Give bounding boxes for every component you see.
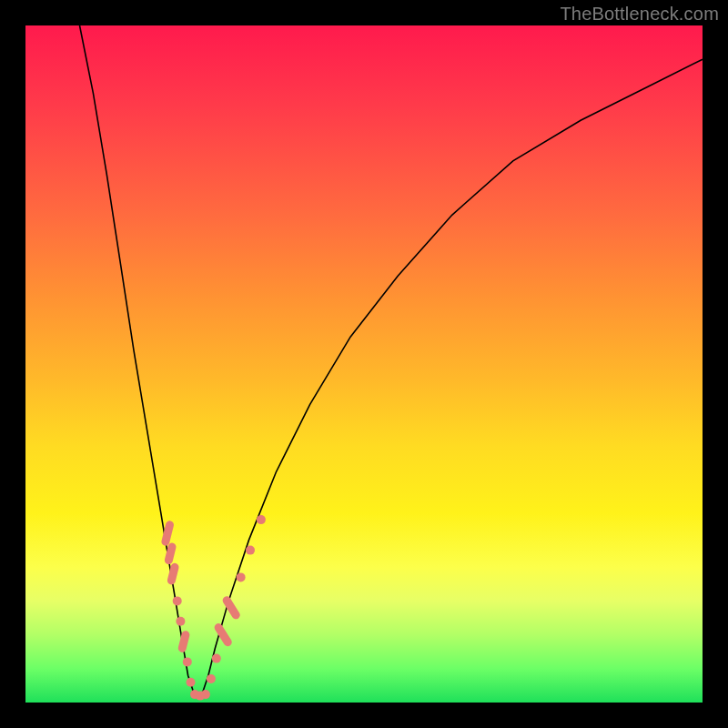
watermark-text: TheBottleneck.com (560, 4, 719, 25)
bead (201, 690, 210, 699)
bead (167, 562, 180, 585)
bottleneck-curve (80, 25, 703, 696)
bead (246, 546, 255, 555)
bead (173, 596, 182, 605)
chart-frame: TheBottleneck.com (0, 0, 728, 728)
bead (237, 572, 246, 581)
bead (212, 654, 221, 663)
bead (183, 657, 192, 666)
bead (187, 678, 196, 687)
bead (177, 630, 191, 652)
bead (257, 515, 266, 524)
bead (176, 617, 185, 626)
plot-area (25, 25, 703, 703)
curve-svg (25, 25, 703, 703)
bead (207, 674, 216, 683)
